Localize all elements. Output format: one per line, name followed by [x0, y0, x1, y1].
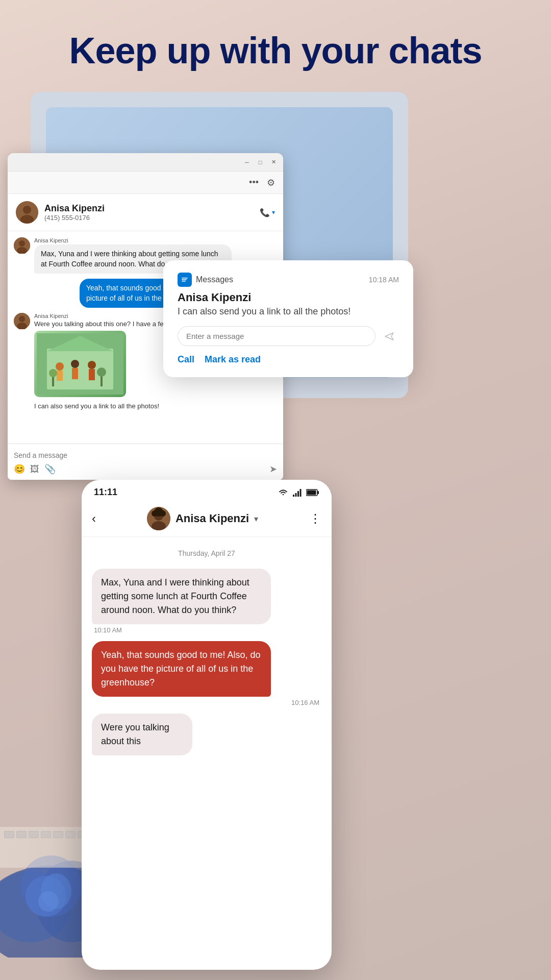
phone-mockup: 11:11 ‹ — [82, 480, 332, 970]
phone-message-row: Max, Yuna and I were thinking about gett… — [92, 569, 321, 634]
signal-icon — [293, 488, 302, 497]
phone-message-row: Yeah, that sounds good to me! Also, do y… — [92, 641, 321, 706]
phone-statusbar: 11:11 — [82, 480, 332, 502]
svg-rect-28 — [295, 493, 297, 497]
message-input-area: 😊 🖼 📎 ➤ — [8, 444, 283, 480]
svg-rect-30 — [300, 489, 302, 497]
notification-sender: Anisa Kipenzi — [178, 291, 399, 304]
svg-rect-27 — [293, 495, 294, 497]
contact-header: Anisa Kipenzi (415) 555-0176 📞 ▾ — [8, 194, 283, 231]
back-button[interactable]: ‹ — [92, 511, 96, 526]
phone-navbar: ‹ Anisa Kipenzi ▾ ⋮ — [82, 502, 332, 537]
svg-point-14 — [71, 360, 79, 368]
phone-msg-time: 10:10 AM — [94, 626, 321, 634]
msg-last-text: I can also send you a link to all the ph… — [14, 402, 277, 410]
message-input[interactable] — [14, 449, 277, 461]
phone-contact-name: Anisa Kipenzi — [176, 512, 249, 525]
more-options-button[interactable]: ⋮ — [309, 511, 321, 526]
maximize-button[interactable]: □ — [257, 159, 264, 166]
svg-point-21 — [97, 368, 106, 377]
phone-bubble-received: Were you talking about this — [92, 714, 192, 755]
phone-message-row: Were you talking about this — [92, 714, 321, 755]
notification-actions: Call Mark as read — [178, 354, 399, 365]
svg-point-1 — [23, 206, 31, 214]
msg-avatar — [14, 237, 30, 254]
battery-icon — [306, 489, 319, 496]
window-toolbar: ••• ⚙ — [8, 172, 283, 194]
svg-point-16 — [88, 361, 96, 369]
contact-avatar — [16, 201, 38, 224]
svg-rect-25 — [182, 281, 186, 282]
mark-as-read-button[interactable]: Mark as read — [205, 354, 261, 365]
svg-rect-15 — [72, 368, 78, 379]
phone-chat-area: Thursday, April 27 Max, Yuna and I were … — [82, 537, 332, 945]
svg-point-38 — [152, 510, 158, 517]
contact-dropdown-icon[interactable]: ▾ — [254, 514, 258, 524]
msg-sender-label: Anisa Kipenzi — [34, 237, 232, 243]
notification-reply-input[interactable] — [178, 326, 375, 346]
svg-rect-13 — [57, 371, 63, 381]
phone-bubble-sent: Yeah, that sounds good to me! Also, do y… — [92, 641, 271, 697]
msg-avatar — [14, 313, 30, 329]
svg-point-12 — [56, 362, 64, 371]
image-button[interactable]: 🖼 — [30, 464, 39, 475]
greenhouse-image — [34, 331, 126, 397]
date-divider: Thursday, April 27 — [92, 549, 321, 557]
status-time: 11:11 — [94, 487, 117, 498]
svg-rect-17 — [89, 369, 95, 380]
notification-app: Messages — [178, 273, 233, 287]
send-button[interactable]: ➤ — [269, 463, 277, 475]
phone-msg-wrap: Yeah, that sounds good to me! Also, do y… — [92, 641, 321, 706]
notification-header: Messages 10:18 AM — [178, 273, 399, 287]
phone-icon: 📞 — [260, 208, 270, 217]
msg-content: Anisa Kipenzi Were you talking about thi… — [34, 313, 181, 397]
svg-rect-29 — [297, 491, 299, 497]
close-button[interactable]: ✕ — [270, 159, 277, 166]
phone-contact-info: Anisa Kipenzi ▾ — [147, 507, 258, 530]
contact-name: Anisa Kipenzi — [44, 203, 260, 214]
input-icon-bar: 😊 🖼 📎 ➤ — [14, 463, 277, 475]
call-dropdown-icon: ▾ — [272, 209, 275, 216]
svg-marker-26 — [385, 333, 393, 340]
svg-rect-32 — [307, 490, 316, 495]
svg-rect-33 — [317, 491, 319, 494]
messages-app-icon — [178, 273, 192, 287]
contact-phone: (415) 555-0176 — [44, 214, 260, 222]
emoji-button[interactable]: 😊 — [14, 463, 25, 475]
svg-point-7 — [19, 316, 25, 322]
phone-avatar — [147, 507, 170, 530]
status-icons — [278, 488, 319, 497]
msg-sender-label: Anisa Kipenzi — [34, 313, 181, 319]
svg-point-46 — [38, 891, 59, 912]
notification-popup: Messages 10:18 AM Anisa Kipenzi I can al… — [163, 260, 413, 377]
phone-msg-wrap: Were you talking about this — [92, 714, 221, 755]
phone-msg-wrap: Max, Yuna and I were thinking about gett… — [92, 569, 321, 634]
phone-bubble-received: Max, Yuna and I were thinking about gett… — [92, 569, 271, 624]
svg-rect-23 — [182, 278, 188, 279]
attachment-button[interactable]: 📎 — [44, 463, 56, 475]
notification-send-button[interactable] — [380, 327, 399, 346]
settings-icon[interactable]: ⚙ — [267, 177, 275, 188]
more-options-icon[interactable]: ••• — [249, 177, 259, 188]
call-button[interactable]: 📞 ▾ — [260, 208, 275, 217]
notification-time: 10:18 AM — [369, 276, 399, 284]
svg-rect-24 — [182, 279, 187, 280]
msg-text: Were you talking about this one? I have … — [34, 320, 181, 328]
svg-point-39 — [160, 510, 166, 517]
phone-msg-time: 10:16 AM — [92, 699, 319, 706]
notification-reply-area — [178, 326, 399, 346]
minimize-button[interactable]: ─ — [243, 159, 251, 166]
contact-info: Anisa Kipenzi (415) 555-0176 — [44, 203, 260, 222]
notification-message: I can also send you a link to all the ph… — [178, 306, 399, 317]
svg-point-19 — [49, 369, 57, 377]
notification-app-name: Messages — [196, 275, 233, 284]
call-action-button[interactable]: Call — [178, 354, 194, 365]
page-title: Keep up with your chats — [0, 31, 551, 71]
svg-point-4 — [19, 240, 25, 247]
wifi-icon — [278, 488, 289, 497]
window-titlebar: ─ □ ✕ — [8, 153, 283, 172]
